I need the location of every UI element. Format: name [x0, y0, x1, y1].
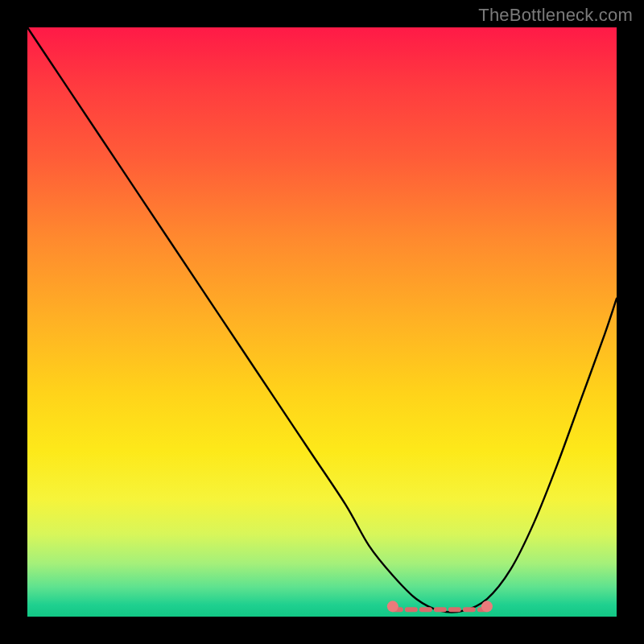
watermark-label: TheBottleneck.com	[478, 5, 633, 26]
flat-region-start-dot	[387, 601, 398, 612]
flat-region-end-dot	[481, 601, 493, 612]
curve-svg	[27, 27, 617, 617]
bottleneck-curve	[27, 27, 617, 613]
plot-area	[27, 27, 617, 617]
chart-frame: TheBottleneck.com	[0, 0, 644, 644]
